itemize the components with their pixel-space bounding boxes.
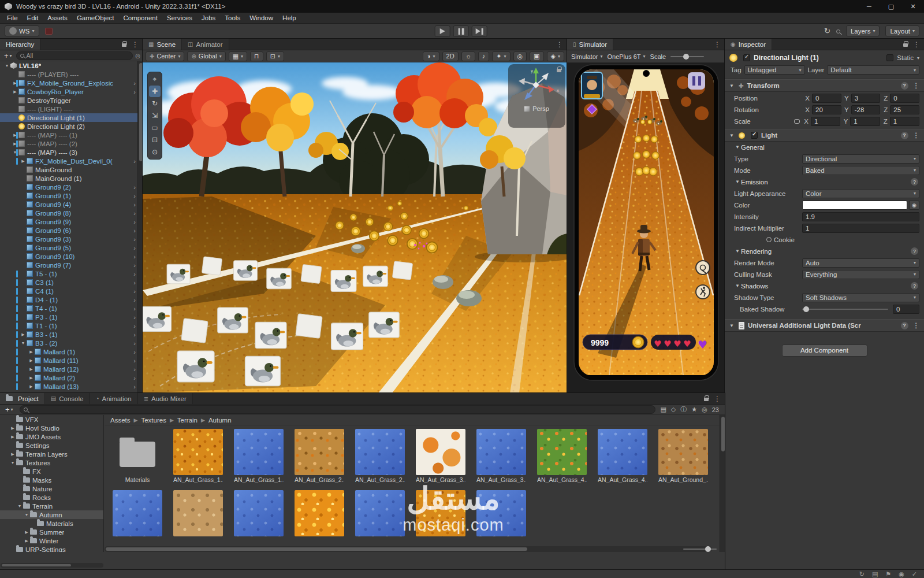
scene-orientation-gizmo[interactable]: y x Persp — [508, 64, 565, 128]
eyedropper-button[interactable]: ◉ — [909, 201, 919, 210]
help-icon[interactable]: ? — [901, 82, 908, 90]
label-icon[interactable]: ◇ — [671, 406, 676, 413]
position-z-field[interactable]: 0 — [890, 94, 919, 103]
prefab-open-chevron[interactable]: › — [132, 253, 136, 260]
prefab-open-chevron[interactable]: › — [132, 244, 136, 251]
foldout-icon[interactable]: ▼ — [729, 323, 735, 328]
layout-dropdown[interactable]: Layout▾ — [885, 25, 919, 36]
hierarchy-item[interactable]: ---- (LIGHT) ---- — [0, 105, 143, 113]
prefab-open-chevron[interactable]: › — [132, 288, 136, 295]
panel-menu-icon[interactable]: ⋮ — [714, 40, 721, 49]
hierarchy-item[interactable]: Ground9 (10)› — [0, 252, 143, 261]
effects-dropdown[interactable]: ✦▾ — [492, 51, 510, 61]
hierarchy-item[interactable]: C4 (1)› — [0, 287, 143, 295]
scene-viewport[interactable]: ⌖ ✚ ↻ ⇲ ▭ ⊡ ⊙ y x — [143, 62, 567, 393]
asset-item[interactable]: AN_Aut_Grass_1... — [234, 429, 284, 483]
asset-item[interactable] — [234, 490, 284, 538]
project-folder-row[interactable]: Settings — [0, 441, 103, 450]
help-icon[interactable]: ? — [901, 132, 908, 139]
hierarchy-item[interactable]: MainGround — [0, 165, 143, 174]
2d-toggle[interactable]: 2D — [442, 51, 459, 61]
hierarchy-item[interactable]: Ground9 (8)› — [0, 209, 143, 217]
prefab-open-chevron[interactable]: › — [132, 305, 136, 312]
tab-console[interactable]: ▤Console — [45, 393, 90, 404]
shadows-foldout[interactable]: ▼Shadows? — [725, 280, 924, 291]
scale-slider[interactable] — [670, 56, 704, 57]
prefab-open-chevron[interactable]: › — [132, 340, 136, 347]
rotate-tool-button[interactable]: ↻ — [149, 98, 161, 109]
asset-item[interactable]: AN_Aut_Grass_3... — [476, 429, 526, 483]
prefab-open-chevron[interactable]: › — [132, 323, 136, 329]
pause-button[interactable] — [453, 25, 469, 37]
project-folder-row[interactable]: Nature — [0, 484, 103, 493]
snap-increment-dropdown[interactable]: ⊡▾ — [266, 51, 284, 61]
simulator-viewport[interactable]: 9999 ♥ ♥ ♥ ♥ ♥ — [567, 63, 725, 393]
prefab-open-chevron[interactable]: › — [132, 80, 136, 87]
asset-item[interactable]: Materials — [113, 429, 162, 483]
menu-jobs[interactable]: Jobs — [197, 14, 220, 21]
game-screen[interactable]: 9999 ♥ ♥ ♥ ♥ ♥ — [579, 69, 714, 375]
custom-tool-button[interactable]: ⊙ — [149, 146, 161, 158]
asset-item[interactable] — [295, 490, 344, 538]
tab-project[interactable]: Project — [0, 393, 45, 404]
hierarchy-item[interactable]: T1 - (1)› — [0, 321, 143, 330]
hierarchy-item[interactable]: ▶CowboyRio_Player› — [0, 87, 143, 96]
shadow-type-dropdown[interactable]: Soft Shadows▾ — [802, 293, 919, 302]
hidden-objects-toggle[interactable]: ◎ — [513, 51, 527, 61]
menu-services[interactable]: Services — [162, 14, 197, 21]
hierarchy-item[interactable]: MainGround (1) — [0, 174, 143, 183]
lock-icon[interactable] — [122, 43, 126, 47]
enabled-checkbox[interactable] — [743, 54, 750, 61]
panel-menu-icon[interactable]: ⋮ — [556, 40, 563, 49]
hierarchy-item[interactable]: ▶---- (MAP) ---- (1) — [0, 131, 143, 139]
prefab-open-chevron[interactable]: › — [132, 227, 136, 234]
baked-shadow-slider[interactable] — [802, 309, 888, 310]
pause-button[interactable] — [688, 72, 705, 90]
asset-item[interactable]: AN_Aut_Grass_4... — [598, 429, 647, 483]
play-button[interactable] — [435, 25, 450, 37]
project-folder-row[interactable]: Masks — [0, 476, 103, 484]
minimize-button[interactable]: ─ — [858, 0, 880, 13]
menu-component[interactable]: Component — [118, 14, 162, 21]
cookie-field[interactable]: Cookie — [766, 236, 795, 243]
scale-x-field[interactable]: 1 — [811, 117, 840, 126]
status-refresh-icon[interactable]: ↻ — [859, 570, 865, 578]
expander-arrow-icon[interactable]: ▼ — [16, 504, 23, 508]
grid-horizontal-scrollbar[interactable] — [105, 546, 712, 552]
draw-mode-dropdown[interactable]: ◑▾ — [423, 51, 439, 61]
rect-tool-button[interactable]: ▭ — [149, 122, 161, 134]
asset-item[interactable] — [476, 490, 526, 538]
project-folder-row[interactable]: ▶Hovl Studio — [0, 424, 103, 432]
help-icon[interactable]: ? — [911, 282, 918, 290]
breadcrumb-item[interactable]: Autumn — [208, 417, 232, 424]
tab-hierarchy[interactable]: Hierarchy — [0, 39, 40, 50]
expander-arrow-icon[interactable]: ▼ — [20, 341, 27, 345]
project-folder-row[interactable]: ▼Textures — [0, 458, 103, 467]
hierarchy-item[interactable]: D4 - (1)› — [0, 295, 143, 304]
emission-foldout[interactable]: ▼Emission? — [725, 176, 924, 187]
link-icon[interactable] — [794, 119, 800, 124]
general-foldout[interactable]: ▼General — [725, 142, 924, 153]
hierarchy-item[interactable]: Ground9 (9)› — [0, 217, 143, 226]
menu-window[interactable]: Window — [245, 14, 278, 21]
component-menu-icon[interactable]: ⋮ — [913, 81, 920, 90]
prefab-open-chevron[interactable]: › — [132, 375, 136, 381]
panel-menu-icon[interactable]: ⋮ — [132, 40, 139, 49]
projection-mode-label[interactable]: Persp — [511, 105, 563, 112]
asset-item[interactable]: AN_Aut_Grass_1... — [173, 429, 223, 483]
rotation-z-field[interactable]: 25 — [890, 105, 919, 114]
prefab-open-chevron[interactable]: › — [132, 201, 136, 208]
baked-shadow-field[interactable]: 0 — [893, 305, 919, 314]
light-component-header[interactable]: ▼ Light ?⋮ — [725, 129, 924, 142]
project-folder-row[interactable]: ▶Summer — [0, 528, 103, 536]
hierarchy-item[interactable]: P3 - (1)› — [0, 313, 143, 321]
help-icon[interactable]: ? — [911, 178, 918, 186]
project-scrollbar[interactable] — [720, 415, 725, 552]
position-x-field[interactable]: 0 — [812, 94, 841, 103]
asset-item[interactable] — [416, 490, 465, 538]
scale-z-field[interactable]: 1 — [890, 117, 919, 126]
expander-arrow-icon[interactable]: ▶ — [28, 376, 35, 380]
scale-tool-button[interactable]: ⇲ — [149, 110, 161, 121]
asset-item[interactable] — [173, 490, 223, 538]
scale-y-field[interactable]: 1 — [850, 117, 880, 126]
